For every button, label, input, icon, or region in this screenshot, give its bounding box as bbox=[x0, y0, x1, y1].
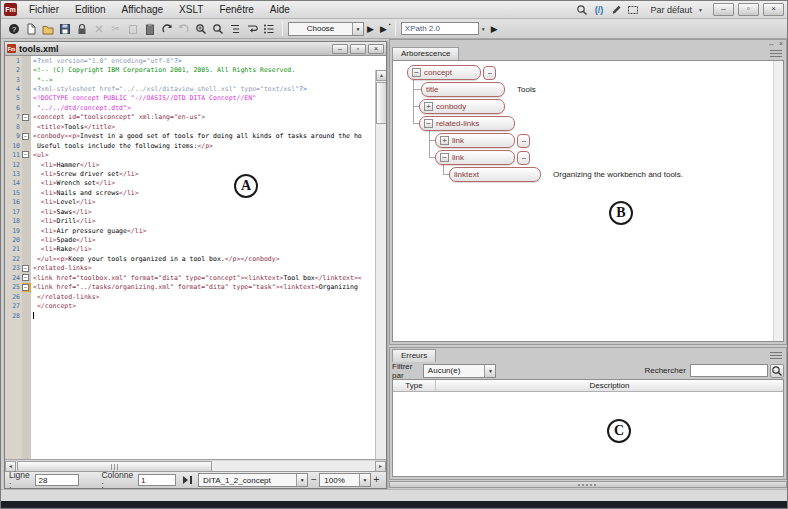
code-line[interactable]: 15 <li>Nails and screws</li> bbox=[5, 188, 386, 197]
node-box[interactable]: +conbody bbox=[419, 99, 505, 114]
code-line[interactable]: 17 <li>Saws</li> bbox=[5, 207, 386, 216]
column-header-type[interactable]: Type bbox=[393, 380, 436, 391]
scroll-up-icon[interactable]: ▲ bbox=[376, 70, 386, 81]
tree-node-title[interactable]: titleTools bbox=[421, 82, 536, 97]
node-attributes-button[interactable] bbox=[517, 151, 530, 165]
code-line[interactable]: 19 <li>Air pressure guage</li> bbox=[5, 226, 386, 235]
doctype-dropdown[interactable]: DITA_1_2_concept ▼ bbox=[198, 473, 308, 487]
code-line[interactable]: 13 <li>Screw driver set</li> bbox=[5, 169, 386, 178]
column-input[interactable] bbox=[138, 474, 176, 486]
choose-dropdown[interactable]: Choose ▼ bbox=[288, 22, 364, 36]
code-line[interactable]: 10 Useful tools include the following it… bbox=[5, 141, 386, 150]
line-numbers-icon[interactable] bbox=[260, 21, 277, 37]
tree-node-link[interactable]: +link bbox=[435, 133, 530, 148]
code-line[interactable]: 4<?xml-stylesheet href="../../xsl/ditavi… bbox=[5, 84, 386, 93]
chevron-down-icon[interactable]: ▼ bbox=[359, 474, 370, 486]
code-line[interactable]: 26 </related-links> bbox=[5, 292, 386, 301]
code-line[interactable]: 7−<concept id="toolsconcept" xml:lang="e… bbox=[5, 113, 386, 122]
run-button[interactable]: ▶ bbox=[367, 24, 374, 34]
zoom-dropdown[interactable]: 100% ▼ bbox=[319, 473, 371, 487]
node-box[interactable]: −related-links bbox=[419, 116, 515, 131]
tree-node-concept[interactable]: −concept bbox=[407, 65, 496, 80]
menu-affichage[interactable]: Affichage bbox=[114, 1, 172, 18]
profile-dropdown-caret-icon[interactable]: ▼ bbox=[698, 7, 703, 13]
zoom-in-icon[interactable] bbox=[192, 21, 209, 37]
code-line[interactable]: 23−<related-links> bbox=[5, 264, 386, 273]
dock-resize-grip[interactable] bbox=[389, 481, 787, 488]
workspace-profile-label[interactable]: Par défaut bbox=[651, 5, 693, 15]
code-line[interactable]: 6 "../../dtd/concept.dtd"> bbox=[5, 103, 386, 112]
code-line[interactable]: 22 </ul><p>Keep your tools organized in … bbox=[5, 254, 386, 263]
code-line[interactable]: 27 </concept> bbox=[5, 301, 386, 310]
menu-fentre[interactable]: Fenêtre bbox=[211, 1, 261, 18]
code-line[interactable]: 18 <li>Drill</li> bbox=[5, 216, 386, 225]
code-line[interactable]: 21 <li>Rake</li> bbox=[5, 245, 386, 254]
code-line[interactable]: 8 <title>Tools</title> bbox=[5, 122, 386, 131]
expand-icon[interactable]: + bbox=[440, 136, 449, 145]
fold-collapse-icon[interactable]: − bbox=[22, 273, 31, 282]
doc-close-button[interactable]: × bbox=[368, 44, 384, 54]
node-box[interactable]: linktext bbox=[449, 167, 541, 182]
minimize-button[interactable]: – bbox=[713, 3, 734, 16]
structure-view-icon[interactable] bbox=[226, 21, 243, 37]
code-line[interactable]: 9−<conbody><p>Invest in a good set of to… bbox=[5, 132, 386, 141]
doc-maximize-button[interactable]: ▫ bbox=[350, 44, 366, 54]
run-to-button[interactable]: ▶▪ bbox=[380, 24, 387, 34]
code-line[interactable]: 16 <li>Level</li> bbox=[5, 198, 386, 207]
node-box[interactable]: −concept bbox=[407, 65, 481, 80]
float-panel-icon[interactable]: ↔ bbox=[768, 40, 775, 47]
search-icon[interactable] bbox=[575, 2, 590, 17]
wysiwyg-view-icon[interactable] bbox=[626, 2, 641, 17]
node-box[interactable]: title bbox=[421, 82, 505, 97]
code-line[interactable]: 20 <li>Spade</li> bbox=[5, 235, 386, 244]
help-icon[interactable]: ? bbox=[5, 21, 22, 37]
expand-icon[interactable]: + bbox=[424, 102, 433, 111]
node-box[interactable]: −link bbox=[435, 150, 515, 165]
go-to-position-icon[interactable] bbox=[182, 474, 194, 486]
fold-collapse-icon[interactable]: − bbox=[22, 132, 31, 141]
panel-menu-icon[interactable] bbox=[770, 352, 782, 360]
new-file-icon[interactable] bbox=[22, 21, 39, 37]
chevron-down-icon[interactable]: ▼ bbox=[352, 23, 363, 35]
menu-edition[interactable]: Edition bbox=[67, 1, 114, 18]
code-line[interactable]: 11−<ul> bbox=[5, 150, 386, 159]
fold-collapse-icon[interactable]: − bbox=[22, 150, 31, 159]
code-line[interactable]: 24−<link href="toolbox.xml" format="dita… bbox=[5, 273, 386, 282]
errors-search-input[interactable] bbox=[690, 364, 768, 377]
tree-node-link[interactable]: −link bbox=[435, 150, 530, 165]
code-line[interactable]: 28 bbox=[5, 311, 386, 320]
lock-icon[interactable] bbox=[73, 21, 90, 37]
node-box[interactable]: +link bbox=[435, 133, 515, 148]
code-line[interactable]: 25−<link href="../tasks/organizing.xml" … bbox=[5, 283, 386, 292]
chevron-down-icon[interactable]: ▼ bbox=[484, 365, 495, 377]
tab-arborescence[interactable]: Arborescence bbox=[392, 47, 459, 60]
menu-fichier[interactable]: Fichier bbox=[21, 1, 67, 18]
node-attributes-button[interactable] bbox=[517, 134, 530, 148]
menu-xslt[interactable]: XSLT bbox=[171, 1, 211, 18]
panel-menu-icon[interactable] bbox=[770, 50, 782, 58]
xpath-run-button[interactable]: ▶ bbox=[491, 24, 498, 34]
fold-collapse-icon[interactable]: − bbox=[22, 264, 31, 273]
code-line[interactable]: 2<!-- (C) Copyright IBM Corporation 2001… bbox=[5, 65, 386, 74]
collapse-icon[interactable]: − bbox=[412, 68, 421, 77]
search-button[interactable] bbox=[770, 364, 784, 378]
code-line[interactable]: 3 *--> bbox=[5, 75, 386, 84]
collapse-icon[interactable]: − bbox=[440, 153, 449, 162]
code-line[interactable]: 14 <li>Wrench set</li> bbox=[5, 179, 386, 188]
chevron-down-icon[interactable]: ▼ bbox=[296, 474, 307, 486]
code-line[interactable]: 1<?xml version="1.0" encoding="utf-8"?> bbox=[5, 56, 386, 65]
code-line[interactable]: 5<!DOCTYPE concept PUBLIC "-//OASIS//DTD… bbox=[5, 94, 386, 103]
save-icon[interactable] bbox=[56, 21, 73, 37]
tree-node-linktext[interactable]: linktextOrganizing the workbench and too… bbox=[449, 167, 683, 182]
open-file-icon[interactable] bbox=[39, 21, 56, 37]
author-view-icon[interactable] bbox=[609, 2, 624, 17]
tree-node-conbody[interactable]: +conbody bbox=[419, 99, 505, 114]
xpath-dropdown-caret-icon[interactable]: ▼ bbox=[481, 26, 486, 32]
zoom-out-button[interactable]: − bbox=[308, 474, 319, 487]
close-panel-icon[interactable]: × bbox=[779, 40, 783, 47]
node-attributes-button[interactable] bbox=[483, 66, 496, 80]
xpath-input[interactable] bbox=[401, 22, 479, 35]
code-view-icon[interactable]: (/) bbox=[592, 2, 607, 17]
tree-scrollbar[interactable] bbox=[773, 61, 783, 341]
redo-icon[interactable] bbox=[158, 21, 175, 37]
